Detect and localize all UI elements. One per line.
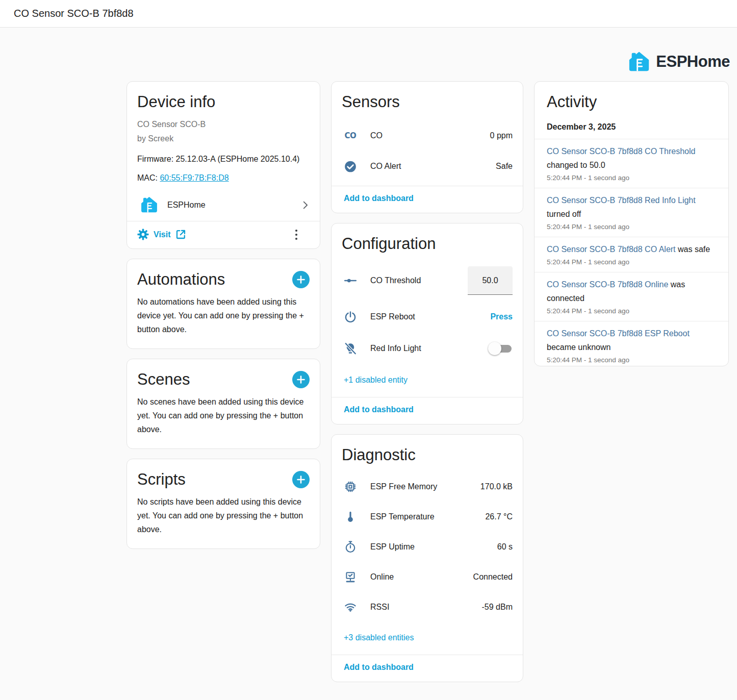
diag-row-free-memory[interactable]: ESP Free Memory 170.0 kB [332, 471, 523, 502]
activity-timestamp: 5:20:44 PM - 1 second ago [547, 307, 716, 315]
activity-timestamp: 5:20:44 PM - 1 second ago [547, 258, 716, 266]
config-row-red-info-light: Red Info Light [332, 333, 523, 364]
molecule-co-icon: CO [344, 129, 357, 142]
activity-timestamp: 5:20:44 PM - 1 second ago [547, 174, 716, 182]
diag-row-temperature[interactable]: ESP Temperature 26.7 °C [332, 502, 523, 532]
device-info-title: Device info [127, 82, 320, 111]
activity-entity-link[interactable]: CO Sensor SCO-B 7bf8d8 Red Info Light [547, 196, 696, 205]
plus-icon [296, 375, 306, 384]
sensor-value: Safe [496, 162, 513, 171]
activity-entity-link[interactable]: CO Sensor SCO-B 7bf8d8 Online [547, 280, 668, 289]
network-check-icon [344, 570, 357, 584]
configuration-card: Configuration CO Threshold [331, 223, 523, 424]
ray-vertex-icon [344, 274, 357, 287]
more-options-button[interactable] [290, 228, 302, 241]
sensor-value: 0 ppm [490, 131, 513, 140]
activity-timestamp: 5:20:44 PM - 1 second ago [547, 223, 716, 231]
diag-value: 26.7 °C [485, 512, 513, 521]
add-to-dashboard-link[interactable]: Add to dashboard [344, 405, 414, 414]
diag-label: RSSI [370, 603, 482, 612]
diag-label: ESP Free Memory [370, 482, 480, 491]
activity-entry-text: CO Sensor SCO-B 7bf8d8 CO Threshold chan… [547, 144, 716, 172]
sensor-row-co-alert[interactable]: CO Alert Safe [332, 151, 523, 182]
chevron-right-icon [299, 199, 311, 211]
integration-label: ESPHome [167, 201, 291, 210]
wifi-icon [344, 601, 357, 614]
add-to-dashboard-link[interactable]: Add to dashboard [344, 194, 414, 203]
diag-row-rssi[interactable]: RSSI -59 dBm [332, 592, 523, 622]
automations-empty-text: No automations have been added using thi… [127, 289, 320, 348]
co-threshold-input[interactable] [468, 266, 513, 295]
sensors-title: Sensors [332, 82, 523, 111]
activity-entry-text: CO Sensor SCO-B 7bf8d8 Online was connec… [547, 278, 716, 305]
activity-date-header: December 3, 2025 [535, 111, 728, 139]
disabled-entities-link[interactable]: +1 disabled entity [332, 368, 523, 397]
esphome-house-icon [140, 195, 159, 214]
sensor-row-co[interactable]: CO CO 0 ppm [332, 120, 523, 151]
activity-entity-link[interactable]: CO Sensor SCO-B 7bf8d8 CO Alert [547, 245, 676, 254]
integration-row-esphome[interactable]: ESPHome [127, 189, 320, 221]
diag-value: Connected [473, 572, 513, 582]
diag-row-uptime[interactable]: ESP Uptime 60 s [332, 532, 523, 562]
config-label: CO Threshold [370, 276, 468, 285]
activity-entry-text: CO Sensor SCO-B 7bf8d8 Red Info Light tu… [547, 193, 716, 221]
config-label: ESP Reboot [370, 312, 490, 321]
diag-label: ESP Temperature [370, 512, 485, 521]
page-title: CO Sensor SCO-B 7bf8d8 [14, 8, 134, 19]
device-model: CO Sensor SCO-B [127, 117, 320, 132]
scenes-card: Scenes No scenes have been added using t… [126, 359, 320, 449]
sensor-label: CO [370, 131, 490, 140]
timer-icon [344, 540, 357, 554]
config-row-esp-reboot: ESP Reboot Press [332, 301, 523, 333]
diag-value: 60 s [497, 542, 513, 552]
scripts-empty-text: No scripts have been added using this de… [127, 489, 320, 548]
diag-value: -59 dBm [482, 603, 513, 612]
add-to-dashboard-link[interactable]: Add to dashboard [344, 663, 414, 671]
scenes-title: Scenes [137, 370, 190, 389]
diagnostic-card: Diagnostic [331, 434, 523, 682]
esphome-logo-text: ESPHome [656, 53, 730, 71]
visit-button[interactable]: Visit [136, 228, 187, 241]
mac-label: MAC: [137, 173, 160, 182]
activity-entry: CO Sensor SCO-B 7bf8d8 CO Alert was safe… [535, 237, 728, 272]
activity-timestamp: 5:20:44 PM - 1 second ago [547, 356, 716, 364]
disabled-entities-link[interactable]: +3 disabled entities [332, 626, 523, 655]
red-info-light-toggle[interactable] [488, 341, 513, 356]
diag-label: Online [370, 572, 473, 582]
activity-entry: CO Sensor SCO-B 7bf8d8 Red Info Light tu… [535, 188, 728, 237]
lightbulb-off-icon [344, 342, 357, 355]
visit-label: Visit [154, 230, 171, 239]
diag-row-online[interactable]: Online Connected [332, 562, 523, 592]
diag-value: 170.0 kB [480, 482, 513, 491]
config-label: Red Info Light [370, 344, 488, 353]
power-icon [344, 310, 357, 323]
add-scene-button[interactable] [292, 371, 310, 388]
sensor-label: CO Alert [370, 162, 496, 171]
mac-address-link[interactable]: 60:55:F9:7B:F8:D8 [160, 173, 228, 182]
sensors-card: Sensors CO CO 0 ppm CO A [331, 81, 523, 213]
activity-entity-link[interactable]: CO Sensor SCO-B 7bf8d8 ESP Reboot [547, 329, 690, 338]
plus-icon [296, 475, 306, 484]
activity-entity-link[interactable]: CO Sensor SCO-B 7bf8d8 CO Threshold [547, 147, 695, 156]
device-mac-row: MAC: 60:55:F9:7B:F8:D8 [127, 172, 320, 184]
activity-entry-text: CO Sensor SCO-B 7bf8d8 CO Alert was safe [547, 242, 716, 256]
add-automation-button[interactable] [292, 271, 310, 288]
activity-entry-text: CO Sensor SCO-B 7bf8d8 ESP Reboot became… [547, 327, 716, 354]
config-row-co-threshold: CO Threshold [332, 260, 523, 301]
activity-title: Activity [535, 82, 728, 111]
device-actions-row: Visit [127, 221, 320, 248]
esphome-house-icon [627, 50, 651, 73]
press-button[interactable]: Press [490, 312, 513, 321]
add-script-button[interactable] [292, 471, 310, 488]
activity-entry: CO Sensor SCO-B 7bf8d8 ESP Reboot became… [535, 321, 728, 366]
gear-icon [136, 228, 150, 241]
plus-icon [296, 275, 306, 284]
diag-label: ESP Uptime [370, 542, 497, 552]
scripts-card: Scripts No scripts have been added using… [126, 459, 320, 549]
activity-entry: CO Sensor SCO-B 7bf8d8 Online was connec… [535, 272, 728, 321]
scripts-title: Scripts [137, 470, 186, 489]
activity-card: Activity December 3, 2025 CO Sensor SCO-… [534, 81, 729, 366]
device-manufacturer: by Screek [127, 132, 320, 146]
device-firmware: Firmware: 25.12.03-A (ESPHome 2025.10.4) [127, 154, 320, 165]
automations-card: Automations No automations have been add… [126, 259, 320, 349]
